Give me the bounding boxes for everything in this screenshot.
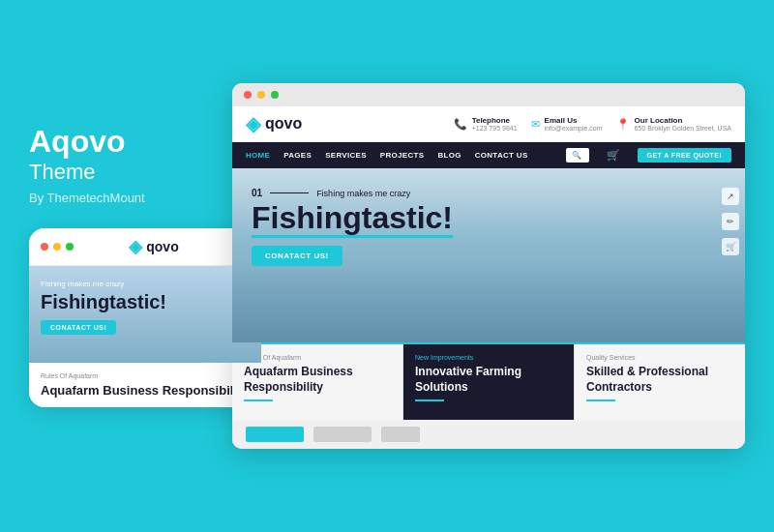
dot-yellow bbox=[53, 243, 61, 251]
hero-subtitle-line: 01 Fishing makes me crazy bbox=[252, 188, 726, 198]
hero-bg-overlay bbox=[232, 265, 745, 342]
nav-search-input[interactable] bbox=[566, 148, 589, 163]
chrome-dot-yellow bbox=[257, 91, 265, 99]
contact-location: 📍 Our Location 650 Broklyn Golden Street… bbox=[616, 116, 731, 132]
edit-icon[interactable]: ✏ bbox=[722, 213, 739, 230]
desktop-logo: ◈ qovo bbox=[246, 112, 302, 135]
mobile-card-category: Rules Of Aquafarm bbox=[41, 372, 250, 379]
brand-theme: Theme bbox=[29, 160, 223, 185]
card-title: Innovative Farming Solutions bbox=[415, 365, 562, 395]
desktop-mockup: ◈ qovo 📞 Telephone +123 795 9841 ✉ Email… bbox=[232, 83, 745, 449]
card-category: New Improvements bbox=[415, 354, 562, 361]
nav-item-projects[interactable]: PROJECTS bbox=[380, 151, 425, 160]
nav-item-home[interactable]: HOME bbox=[246, 151, 270, 160]
card-underline bbox=[415, 399, 444, 401]
phone-value: +123 795 9841 bbox=[472, 125, 518, 132]
hero-divider bbox=[270, 192, 309, 193]
card-category: Quality Services bbox=[586, 354, 733, 361]
desktop-topbar: ◈ qovo 📞 Telephone +123 795 9841 ✉ Email… bbox=[232, 106, 745, 142]
card-underline bbox=[244, 399, 273, 401]
nav-item-pages[interactable]: PAGES bbox=[283, 151, 312, 160]
desktop-chrome-bar bbox=[232, 83, 745, 106]
email-icon: ✉ bbox=[531, 118, 540, 131]
mobile-logo-text: qovo bbox=[146, 239, 178, 254]
desktop-logo-icon: ◈ bbox=[246, 112, 260, 135]
card-innovative[interactable]: New Improvements Innovative Farming Solu… bbox=[403, 344, 575, 420]
brand-by: By ThemetechMount bbox=[29, 191, 223, 205]
phone-label: Telephone bbox=[472, 116, 518, 125]
hero-cta-button[interactable]: CONATACT US! bbox=[252, 246, 342, 266]
mobile-logo: ◈ qovo bbox=[129, 236, 178, 257]
location-icon: 📍 bbox=[616, 118, 630, 131]
mobile-hero-subtitle: Fishing makes me crazy bbox=[41, 280, 250, 288]
chrome-dot-green bbox=[271, 91, 279, 99]
nav-item-blog[interactable]: BLOG bbox=[437, 151, 461, 160]
hero-side-icons: ↗ ✏ 🛒 bbox=[722, 188, 739, 255]
mobile-card-title: Aquafarm Business Responsibility bbox=[41, 383, 250, 398]
bottom-block-blue bbox=[246, 427, 304, 442]
email-label: Email Us bbox=[545, 116, 603, 125]
mobile-mockup: ◈ qovo Fishing makes me crazy Fishingtas… bbox=[29, 228, 261, 407]
contact-phone: 📞 Telephone +123 795 9841 bbox=[454, 116, 518, 132]
hero-title: Fishingtastic! bbox=[252, 202, 726, 233]
mobile-hero-title: Fishingtastic! bbox=[41, 291, 250, 312]
nav-item-contact[interactable]: CONTACT US bbox=[475, 151, 528, 160]
desktop-nav: HOME PAGES SERVICES PROJECTS BLOG CONTAC… bbox=[232, 142, 745, 168]
desktop-cards: Rules Of Aquafarm Aquafarm Business Resp… bbox=[232, 342, 745, 420]
bottom-block-light bbox=[313, 427, 372, 442]
nav-item-services[interactable]: SERVICES bbox=[325, 151, 367, 160]
cart-side-icon[interactable]: 🛒 bbox=[722, 238, 739, 255]
mobile-card-section: Rules Of Aquafarm Aquafarm Business Resp… bbox=[29, 363, 261, 407]
location-value: 650 Broklyn Golden Street, USA bbox=[635, 125, 731, 132]
dot-green bbox=[66, 243, 74, 251]
phone-icon: 📞 bbox=[454, 118, 467, 131]
nav-cta-button[interactable]: GET A FREE QUOTE! bbox=[638, 148, 731, 163]
left-panel: Aqovo Theme By ThemetechMount ◈ qovo Fis… bbox=[29, 125, 223, 406]
hero-number: 01 bbox=[252, 188, 262, 198]
hero-title-text: Fishingtastic! bbox=[252, 200, 453, 238]
card-title: Skilled & Professional Contractors bbox=[586, 365, 733, 395]
mobile-cta-button[interactable]: CONATACT US! bbox=[41, 320, 116, 335]
mobile-hero: Fishing makes me crazy Fishingtastic! CO… bbox=[29, 266, 261, 363]
card-contractors[interactable]: Quality Services Skilled & Professional … bbox=[575, 344, 745, 420]
bottom-block-small bbox=[381, 427, 420, 442]
location-label: Our Location bbox=[635, 116, 731, 125]
desktop-bottom-strip bbox=[232, 420, 745, 449]
mobile-dots bbox=[41, 243, 74, 251]
mobile-topbar: ◈ qovo bbox=[29, 228, 261, 266]
email-value: info@example.com bbox=[545, 125, 603, 132]
hero-subtitle: Fishing makes me crazy bbox=[316, 189, 410, 198]
card-underline bbox=[586, 399, 615, 401]
chrome-dot-red bbox=[244, 91, 252, 99]
cart-icon[interactable]: 🛒 bbox=[607, 149, 620, 162]
desktop-hero: 01 Fishing makes me crazy Fishingtastic!… bbox=[232, 168, 745, 342]
desktop-logo-text: qovo bbox=[265, 115, 302, 133]
share-icon[interactable]: ↗ bbox=[722, 188, 739, 205]
mobile-logo-icon: ◈ bbox=[129, 236, 142, 257]
dot-red bbox=[41, 243, 48, 251]
brand-name: Aqovo Theme bbox=[29, 125, 223, 184]
brand-title: Aqovo bbox=[29, 124, 126, 159]
contact-email: ✉ Email Us info@example.com bbox=[531, 116, 603, 132]
card-category: Rules Of Aquafarm bbox=[244, 354, 391, 361]
card-title: Aquafarm Business Responsibility bbox=[244, 365, 391, 395]
contact-info: 📞 Telephone +123 795 9841 ✉ Email Us inf… bbox=[454, 116, 731, 132]
